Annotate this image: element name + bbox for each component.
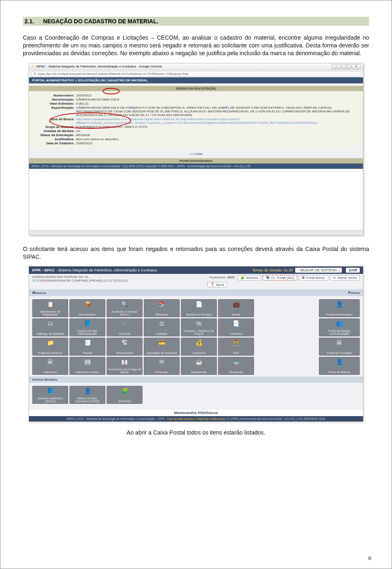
tile-icon: 📘 <box>33 388 67 394</box>
modules-icon: 🧩 <box>241 276 245 280</box>
tile-label: Compra de Mat. Informacionais <box>71 329 104 335</box>
module-tile[interactable]: 🧩SIGAdmin <box>107 386 143 404</box>
section-heading: 2.1. NEGAÇÃO DO CADASTRO DE MATERIAL. <box>23 17 369 26</box>
module-tile[interactable]: 📄Boletim de Serviços <box>181 299 217 317</box>
alterar-senha-button[interactable]: 🗝Alterar senha <box>330 275 360 280</box>
tile-icon: 🏢 <box>71 359 104 365</box>
user-name: KARINA ANDRESSA FERRARI DE OL... <box>32 275 127 279</box>
tile-label: Atendimento de Requisições <box>33 310 67 316</box>
tile-icon: 🧩 <box>108 388 141 394</box>
section-head: Módulos Portais <box>29 289 363 296</box>
portal-link[interactable]: Portal Administrativo <box>29 158 363 164</box>
chrome-icon: ◎ <box>31 65 34 68</box>
tile-label: Catálogo de Materiais <box>33 332 67 335</box>
module-tile[interactable]: 👤Sistema de Rec. Humanos (SIGRH) <box>69 386 105 404</box>
module-tile[interactable]: 🏢Patrimônio Imóvel <box>69 357 105 375</box>
tile-icon: ▮▮ <box>108 359 141 365</box>
tile-label: Bolsas <box>219 313 253 316</box>
module-tile[interactable]: 👥Portal da Direção Centro/Hospital <box>319 318 360 336</box>
module-tile[interactable]: 📋Atendimento de Requisições <box>32 299 68 317</box>
tile-icon: 🏛 <box>33 359 67 365</box>
change-system-select[interactable]: -- MUDAR DE SISTEMA -- <box>295 268 342 273</box>
sipac-footer: SIPAC | DTIC - Diretoria da Tecnologia d… <box>29 164 363 169</box>
ajuda-button[interactable]: ❓Ajuda <box>207 282 227 287</box>
module-tile[interactable]: 📑Contratos <box>218 318 254 336</box>
module-tile[interactable]: 📘Sistema Acadêmico (SIGAA) <box>32 386 68 404</box>
tile-icon: 🧾 <box>71 340 104 345</box>
tile-label: Sistema de Rec. Humanos (SIGRH) <box>71 397 104 403</box>
caixa-postal-button[interactable]: 📬Cx. Postal (301) <box>263 275 297 280</box>
key-icon: 🗝 <box>333 276 336 280</box>
red-circle-annotation-nikon <box>102 88 120 94</box>
module-tile[interactable]: ▮▮Processos com Código de Barras <box>107 357 143 375</box>
section-title: DADOS DA SOLICITAÇÃO <box>29 86 363 91</box>
field-label: Status da Solicitação: <box>33 133 76 137</box>
chrome-window-titlebar: ◎ SIPAC - Sistema Integrado de Patrimôni… <box>29 63 363 70</box>
portals-grid: 👤Portal Administrativo👥Portal da Direção… <box>319 299 360 375</box>
tile-label: Patrimônio <box>33 371 67 374</box>
tile-label: Projetos/Convênios <box>33 352 67 354</box>
tile-icon: 👤 <box>320 359 359 365</box>
page-icon: 🗋 <box>33 72 37 76</box>
logout-button[interactable]: SAIR <box>346 268 360 273</box>
tile-label: Orçamento <box>182 352 216 354</box>
tile-icon: 💳 <box>145 340 178 345</box>
module-tile[interactable]: 💳Liquidação de Despesas <box>144 338 180 356</box>
field-label: Justificativa: <box>33 137 76 141</box>
tile-icon: ⚖ <box>145 320 178 326</box>
modulos-button[interactable]: 🧩Módulos <box>238 275 261 280</box>
paragraph-caixa-postal: O solicitante terá acesso aos itens que … <box>23 245 369 261</box>
module-tile[interactable]: 👤Portal da Reitoria <box>319 357 360 375</box>
tile-label: Compras <box>108 332 141 335</box>
module-tile[interactable]: 💼Bolsas <box>218 299 254 317</box>
module-tile[interactable]: 🛒Compras <box>107 318 143 336</box>
module-tile[interactable]: 📘Compra de Mat. Informacionais <box>69 318 105 336</box>
minimize-button[interactable]: — <box>332 64 341 69</box>
module-tile[interactable]: 🏗Infraestrutura <box>107 338 143 356</box>
scrollbar[interactable] <box>29 230 363 235</box>
close-button[interactable]: ✕ <box>352 64 361 69</box>
tile-label: Boletim de Serviços <box>182 313 216 316</box>
back-link[interactable]: << Voltar <box>29 150 363 158</box>
maximize-button[interactable]: ☐ <box>342 64 351 69</box>
module-tile[interactable]: 🏛Portal da Fundação <box>319 338 360 356</box>
field-label: Denominação: <box>33 98 76 101</box>
module-tile[interactable]: 🗂Catálogo de Materiais <box>32 318 68 336</box>
tile-icon: 🛍 <box>182 320 216 326</box>
tile-label: Patrimônio Imóvel <box>71 371 104 374</box>
tile-icon: 👤 <box>320 301 359 307</box>
portal-admin-button[interactable]: 🏛Portal Admin. <box>299 275 329 280</box>
outros-grid: 📘Sistema Acadêmico (SIGAA)👤Sistema de Re… <box>32 383 360 406</box>
module-tile[interactable]: 🚌Transportes <box>218 357 254 375</box>
memorandos-link[interactable]: Memorandos Eletrônicos <box>29 410 363 416</box>
tile-icon: 📁 <box>33 340 67 345</box>
tile-label: DDO <box>219 352 253 354</box>
module-tile[interactable]: ⚖Licitação <box>144 318 180 336</box>
tile-icon: 🔍 <box>108 301 141 307</box>
url-bar[interactable]: 🗋 sipac.ifpr.edu.br/sipac/populaSolicita… <box>31 71 361 76</box>
module-tile[interactable]: 📦Almoxarifado <box>69 299 105 317</box>
module-tile[interactable]: 🛍Compras - Registros de Preços <box>181 318 217 336</box>
module-tile[interactable]: 🔍Auditoria e Controle Interno <box>107 299 143 317</box>
module-tile[interactable]: ☕Restaurante <box>181 357 217 375</box>
module-tile[interactable]: 🏛Patrimônio <box>32 357 68 375</box>
sipac-footer: SIPAC | DTIC - Diretoria da Tecnologia d… <box>29 416 363 421</box>
tile-icon: 📄 <box>182 301 216 307</box>
module-tile[interactable]: 👤Portal Administrativo <box>319 299 360 317</box>
breadcrumb: PORTAL ADMINISTRATIVO > SOLICITAÇÃO DE C… <box>29 77 363 83</box>
tile-label: SIGAdmin <box>108 400 141 403</box>
module-tile[interactable]: 💰Orçamento <box>181 338 217 356</box>
caption: Ao abrir a Caixa Postal todos os itens e… <box>23 429 369 436</box>
module-tile[interactable]: 📚Biblioteca <box>144 299 180 317</box>
module-tile[interactable]: ✉Protocolo <box>144 357 180 375</box>
module-tile[interactable]: 📁Projetos/Convênios <box>32 338 68 356</box>
module-tile[interactable]: 🧮DDO <box>218 338 254 356</box>
module-tile[interactable]: 🧾Faturas <box>69 338 105 356</box>
help-icon: ❓ <box>210 283 214 287</box>
field-label: Data de Cadastro: <box>33 141 76 145</box>
info-bar: KARINA ANDRESSA FERRARI DE OL... ⚙ COORD… <box>29 274 363 289</box>
brand: IFPR - SIPAC <box>32 268 55 272</box>
tile-label: Infraestrutura <box>108 352 141 354</box>
tile-label: Compras - Registros de Preços <box>182 329 216 335</box>
topbar: IFPR - SIPAC - Sistema Integrado de Patr… <box>29 267 363 274</box>
